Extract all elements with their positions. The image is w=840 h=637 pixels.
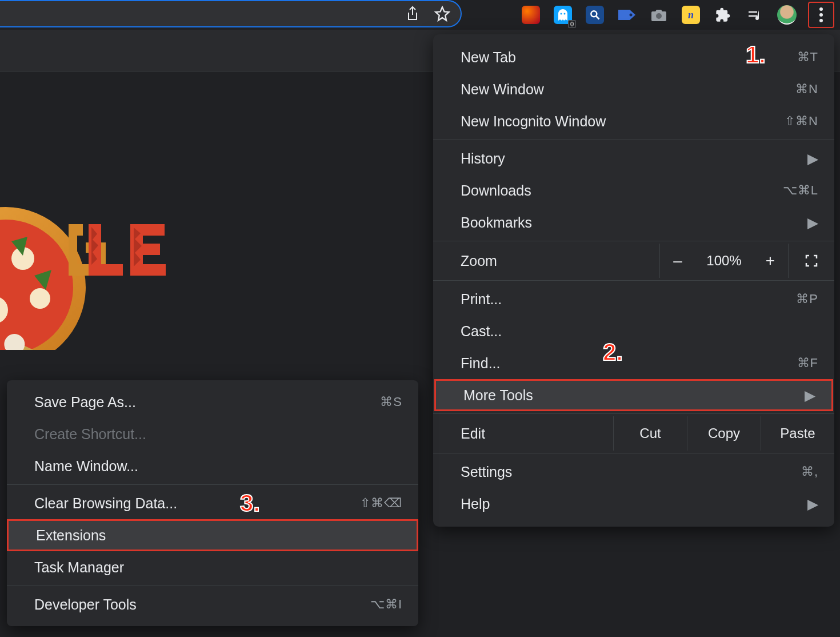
menu-label: Name Window...	[34, 458, 138, 475]
menu-label: New Window	[461, 81, 544, 98]
menu-shortcut: ⌘F	[797, 356, 818, 371]
menu-label: Bookmarks	[461, 214, 532, 231]
zoom-in-button[interactable]: +	[753, 252, 788, 270]
menu-item-print[interactable]: Print... ⌘P	[433, 283, 834, 315]
menu-label: Downloads	[461, 182, 531, 199]
menu-shortcut: ⌘S	[380, 395, 402, 409]
menu-item-find[interactable]: Find... ⌘F	[433, 347, 834, 379]
svg-point-5	[30, 288, 50, 309]
svg-point-14	[819, 13, 823, 17]
menu-shortcut: ⌥⌘I	[370, 597, 402, 612]
menu-label: Clear Browsing Data...	[34, 495, 177, 512]
submenu-item-clear-data[interactable]: Clear Browsing Data... ⇧⌘⌫	[7, 487, 418, 519]
menu-shortcut: ⌘N	[795, 82, 818, 97]
extension-camera-icon[interactable]	[648, 4, 670, 26]
annotation-1: 1.	[746, 41, 766, 69]
menu-item-zoom: Zoom – 100% +	[433, 244, 834, 278]
submenu-arrow-icon: ▶	[807, 150, 818, 167]
menu-separator	[433, 140, 834, 140]
share-icon[interactable]	[406, 6, 419, 22]
browser-toolbar: 0 n	[0, 0, 840, 30]
submenu-arrow-icon: ▶	[807, 496, 818, 512]
google-doodle[interactable]	[0, 201, 194, 350]
extension-tag-icon[interactable]	[616, 4, 638, 26]
menu-label: More Tools	[463, 387, 533, 404]
zoom-value: 100%	[695, 253, 753, 269]
menu-shortcut: ⌘,	[801, 464, 818, 479]
svg-point-8	[561, 13, 562, 15]
chrome-main-menu: New Tab ⌘T New Window ⌘N New Incognito W…	[433, 34, 834, 527]
menu-item-downloads[interactable]: Downloads ⌥⌘L	[433, 174, 834, 206]
edit-copy-button[interactable]: Copy	[687, 416, 761, 451]
submenu-item-extensions[interactable]: Extensions	[7, 519, 418, 551]
submenu-arrow-icon: ▶	[805, 387, 815, 404]
menu-label: Print...	[461, 291, 502, 308]
menu-label: Task Manager	[34, 559, 124, 576]
menu-item-new-incognito[interactable]: New Incognito Window ⇧⌘N	[433, 105, 834, 137]
extensions-puzzle-icon[interactable]	[712, 4, 734, 26]
menu-item-help[interactable]: Help ▶	[433, 488, 834, 520]
svg-point-12	[656, 13, 662, 19]
star-icon[interactable]	[434, 6, 450, 22]
menu-label: Save Page As...	[34, 394, 136, 411]
menu-label: Find...	[461, 355, 500, 372]
fullscreen-button[interactable]	[788, 244, 834, 278]
omnibox[interactable]	[0, 0, 462, 27]
submenu-item-name-window[interactable]: Name Window...	[7, 450, 418, 482]
zoom-out-button[interactable]: –	[660, 252, 695, 270]
menu-shortcut: ⇧⌘⌫	[360, 496, 402, 511]
menu-label: Settings	[461, 464, 512, 480]
extension-search-icon[interactable]	[584, 4, 606, 26]
menu-label: Create Shortcut...	[34, 426, 146, 443]
menu-item-bookmarks[interactable]: Bookmarks ▶	[433, 206, 834, 238]
menu-item-new-tab[interactable]: New Tab ⌘T	[433, 41, 834, 73]
chrome-menu-button[interactable]	[808, 2, 834, 28]
menu-separator	[7, 484, 418, 485]
menu-label: History	[461, 150, 505, 167]
menu-separator	[433, 453, 834, 453]
annotation-2: 2.	[603, 339, 623, 366]
menu-label: Developer Tools	[34, 596, 137, 613]
submenu-item-developer-tools[interactable]: Developer Tools ⌥⌘I	[7, 588, 418, 620]
svg-point-13	[819, 7, 823, 11]
extension-notes-icon[interactable]: n	[680, 4, 702, 26]
menu-separator	[433, 280, 834, 281]
menu-shortcut: ⌘T	[797, 50, 818, 65]
more-tools-submenu: Save Page As... ⌘S Create Shortcut... Na…	[7, 380, 418, 626]
edit-paste-button[interactable]: Paste	[761, 416, 834, 451]
svg-point-10	[591, 11, 597, 17]
menu-label: Edit	[433, 416, 613, 451]
menu-separator	[433, 241, 834, 241]
menu-label: Zoom	[433, 253, 659, 269]
submenu-arrow-icon: ▶	[807, 214, 818, 231]
svg-point-11	[630, 14, 633, 17]
media-control-icon[interactable]	[744, 4, 766, 26]
extension-toolbar: 0 n	[514, 0, 840, 30]
extension-swirl-icon[interactable]	[520, 4, 542, 26]
annotation-3: 3.	[240, 489, 260, 517]
menu-shortcut: ⌘P	[796, 292, 818, 306]
svg-point-9	[564, 13, 566, 15]
menu-item-new-window[interactable]: New Window ⌘N	[433, 73, 834, 105]
menu-label: New Incognito Window	[461, 113, 606, 130]
menu-label: Extensions	[36, 527, 106, 544]
edit-cut-button[interactable]: Cut	[613, 416, 687, 451]
profile-avatar[interactable]	[776, 4, 798, 26]
menu-separator	[433, 413, 834, 414]
menu-item-settings[interactable]: Settings ⌘,	[433, 456, 834, 488]
menu-item-more-tools[interactable]: More Tools ▶	[434, 379, 833, 411]
menu-label: Cast...	[461, 323, 502, 340]
svg-point-15	[819, 19, 823, 22]
submenu-item-task-manager[interactable]: Task Manager	[7, 551, 418, 583]
menu-item-cast[interactable]: Cast...	[433, 315, 834, 347]
menu-item-history[interactable]: History ▶	[433, 142, 834, 174]
extension-ghostery-icon[interactable]: 0	[552, 4, 574, 26]
menu-separator	[7, 586, 418, 586]
submenu-item-create-shortcut: Create Shortcut...	[7, 418, 418, 450]
menu-shortcut: ⌥⌘L	[783, 183, 818, 198]
menu-label: New Tab	[461, 49, 516, 66]
submenu-item-save-page[interactable]: Save Page As... ⌘S	[7, 386, 418, 418]
menu-shortcut: ⇧⌘N	[785, 114, 818, 129]
ghostery-badge: 0	[568, 20, 576, 28]
menu-label: Help	[461, 496, 490, 512]
